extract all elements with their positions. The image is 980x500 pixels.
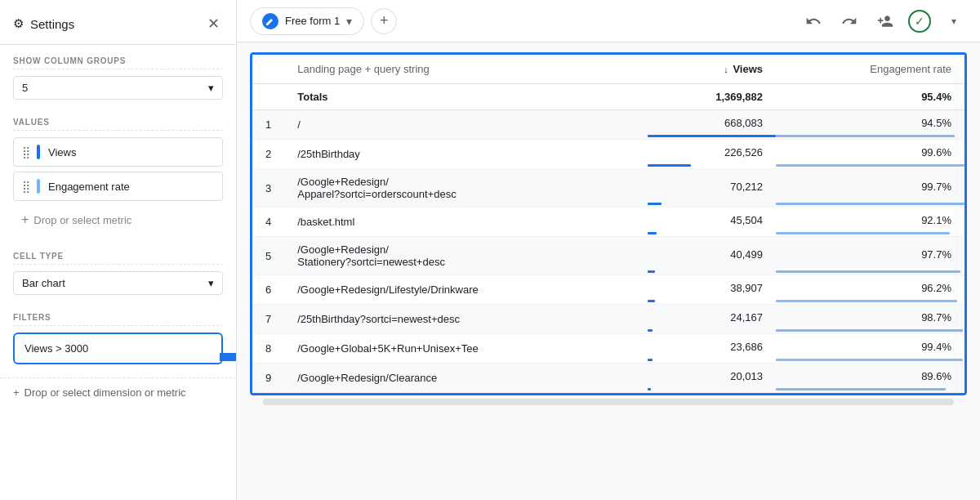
topbar-actions: ✓ ▾ bbox=[800, 8, 967, 34]
table-row: 7 /25thBirthday?sortci=newest+desc 24,16… bbox=[252, 305, 964, 334]
horizontal-scrollbar[interactable] bbox=[263, 399, 954, 405]
filter-box[interactable]: Views > 3000 bbox=[13, 333, 223, 364]
row-dimension: /Google+Redesign/Lifestyle/Drinkware bbox=[284, 275, 647, 305]
column-groups-section: SHOW COLUMN GROUPS 5 ▾ bbox=[0, 45, 236, 106]
row-engagement: 99.4% bbox=[776, 334, 964, 364]
cell-type-chevron-icon: ▾ bbox=[208, 277, 214, 289]
arrow-indicator bbox=[220, 345, 237, 372]
row-views: 38,907 bbox=[648, 275, 776, 305]
check-mark: ✓ bbox=[915, 15, 924, 28]
add-tab-button[interactable]: + bbox=[371, 8, 397, 34]
engagement-bar bbox=[776, 270, 960, 273]
cell-type-select[interactable]: Bar chart ▾ bbox=[13, 271, 223, 295]
metric-item-views[interactable]: ⣿ Views bbox=[13, 137, 223, 167]
engagement-column-header[interactable]: Engagement rate bbox=[776, 55, 964, 84]
cell-type-section: CELL TYPE Bar chart ▾ bbox=[0, 240, 236, 301]
values-label: VALUES bbox=[13, 118, 223, 131]
row-number: 5 bbox=[252, 237, 284, 275]
table-row: 8 /Google+Global+5K+Run+Unisex+Tee 23,68… bbox=[252, 334, 964, 364]
row-engagement: 99.6% bbox=[776, 140, 964, 169]
row-engagement: 96.2% bbox=[776, 275, 964, 305]
undo-button[interactable] bbox=[800, 8, 826, 34]
tab-chevron-icon: ▾ bbox=[346, 15, 352, 28]
plus-icon-metric: + bbox=[21, 212, 29, 227]
views-bar bbox=[648, 203, 662, 205]
row-dimension: /Google+Redesign/Clearance bbox=[284, 364, 647, 393]
main-panel: Free form 1 ▾ + ✓ ▾ bbox=[237, 0, 980, 500]
drag-icon-engagement: ⣿ bbox=[22, 180, 30, 193]
sort-arrow-icon: ↓ bbox=[724, 65, 728, 74]
tab-icon bbox=[262, 13, 278, 29]
tab-freeform1[interactable]: Free form 1 ▾ bbox=[250, 7, 364, 35]
table-row: 9 /Google+Redesign/Clearance 20,013 89.6… bbox=[252, 364, 964, 393]
totals-engagement-cell: 95.4% bbox=[776, 84, 964, 110]
row-views: 24,167 bbox=[648, 305, 776, 334]
views-bar bbox=[648, 359, 653, 361]
metric-label-views: Views bbox=[48, 146, 76, 158]
sidebar-title: ⚙ Settings bbox=[13, 16, 74, 31]
row-number: 8 bbox=[252, 334, 284, 364]
row-views: 40,499 bbox=[648, 237, 776, 275]
sidebar-header: ⚙ Settings ✕ bbox=[0, 0, 236, 45]
row-engagement: 97.7% bbox=[776, 237, 964, 275]
totals-views-cell: 1,369,882 bbox=[648, 84, 776, 110]
filter-value: Views > 3000 bbox=[24, 342, 88, 355]
drop-dimension-label: Drop or select dimension or metric bbox=[24, 386, 186, 399]
drop-metric-label: Drop or select metric bbox=[33, 214, 131, 226]
engagement-header-label: Engagement rate bbox=[870, 63, 951, 75]
views-column-header[interactable]: ↓ Views bbox=[648, 55, 776, 84]
data-table: Landing page + query string ↓ Views Enga… bbox=[252, 55, 964, 393]
drop-dimension-button[interactable]: + Drop or select dimension or metric bbox=[0, 377, 236, 407]
engagement-bar bbox=[776, 203, 964, 205]
views-bar bbox=[648, 164, 692, 167]
row-engagement: 98.7% bbox=[776, 305, 964, 334]
totals-row: Totals 1,369,882 95.4% bbox=[252, 84, 964, 110]
views-bar bbox=[648, 329, 653, 332]
row-dimension: /25thBirthday bbox=[284, 140, 647, 169]
column-groups-label: SHOW COLUMN GROUPS bbox=[13, 56, 223, 69]
row-dimension: /Google+Global+5K+Run+Unisex+Tee bbox=[284, 334, 647, 364]
filters-label: FILTERS bbox=[13, 313, 223, 326]
table-row: 1 / 668,083 94.5% bbox=[252, 110, 964, 140]
status-check-icon: ✓ bbox=[908, 10, 931, 33]
engagement-bar bbox=[776, 164, 964, 167]
metric-item-engagement[interactable]: ⣿ Engagement rate bbox=[13, 172, 223, 201]
engagement-bar bbox=[776, 359, 963, 361]
row-views: 226,526 bbox=[648, 140, 776, 169]
cell-type-value: Bar chart bbox=[22, 277, 65, 289]
metric-label-engagement: Engagement rate bbox=[48, 181, 130, 193]
row-views: 70,212 bbox=[648, 169, 776, 208]
row-dimension: /basket.html bbox=[284, 208, 647, 237]
redo-button[interactable] bbox=[836, 8, 862, 34]
svg-marker-0 bbox=[220, 348, 237, 366]
row-views: 668,083 bbox=[648, 110, 776, 140]
column-groups-select[interactable]: 5 ▾ bbox=[13, 76, 223, 100]
row-dimension: /Google+Redesign/Stationery?sortci=newes… bbox=[284, 237, 647, 275]
close-button[interactable]: ✕ bbox=[204, 13, 223, 34]
row-number: 9 bbox=[252, 364, 284, 393]
add-user-button[interactable] bbox=[872, 8, 898, 34]
row-number: 4 bbox=[252, 208, 284, 237]
row-number: 3 bbox=[252, 169, 284, 208]
totals-num-cell bbox=[252, 84, 284, 110]
engagement-bar bbox=[776, 300, 957, 302]
views-header-label: Views bbox=[733, 63, 763, 75]
table-row: 3 /Google+Redesign/Apparel?sortci=orders… bbox=[252, 169, 964, 208]
table-row: 2 /25thBirthday 226,526 99.6% bbox=[252, 140, 964, 169]
totals-dimension-cell: Totals bbox=[284, 84, 647, 110]
sidebar-title-text: Settings bbox=[30, 17, 74, 31]
table-row: 5 /Google+Redesign/Stationery?sortci=new… bbox=[252, 237, 964, 275]
topbar: Free form 1 ▾ + ✓ ▾ bbox=[237, 0, 980, 42]
row-number: 6 bbox=[252, 275, 284, 305]
dimension-header-label: Landing page + query string bbox=[297, 63, 430, 75]
more-options-button[interactable]: ▾ bbox=[941, 8, 967, 34]
dimension-column-header: Landing page + query string bbox=[284, 55, 647, 84]
engagement-bar bbox=[776, 329, 963, 332]
drop-metric-button[interactable]: + Drop or select metric bbox=[13, 206, 223, 234]
values-section: VALUES ⣿ Views ⣿ Engagement rate + Drop … bbox=[0, 106, 236, 240]
views-bar bbox=[648, 232, 657, 234]
column-groups-chevron-icon: ▾ bbox=[208, 82, 214, 94]
row-views: 20,013 bbox=[648, 364, 776, 393]
row-engagement: 89.6% bbox=[776, 364, 964, 393]
table-row: 6 /Google+Redesign/Lifestyle/Drinkware 3… bbox=[252, 275, 964, 305]
